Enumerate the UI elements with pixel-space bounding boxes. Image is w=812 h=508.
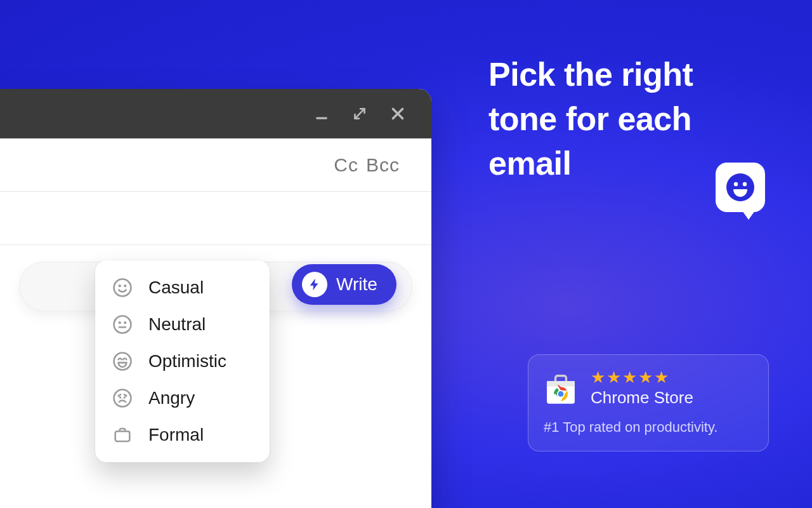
svg-point-13 [726,173,754,201]
tone-option-label: Casual [148,277,204,298]
svg-point-6 [124,322,126,323]
tone-option-label: Formal [148,425,204,445]
promo-canvas: Cc Bcc Casual Neutral [0,0,812,508]
maximize-button[interactable] [351,105,368,122]
grin-icon [112,351,133,372]
lightning-icon [302,272,327,297]
compose-window: Cc Bcc Casual Neutral [0,89,431,508]
rating-stars: ★★★★★ [591,369,693,385]
tone-dropdown: Casual Neutral Optimistic [95,260,270,462]
minimize-button[interactable] [313,105,330,122]
write-button[interactable]: Write [292,264,396,305]
svg-point-4 [114,316,131,333]
angry-face-icon [112,387,133,409]
tone-option-label: Angry [148,388,195,408]
svg-rect-0 [316,117,327,119]
recipients-row[interactable]: Cc Bcc [0,138,431,192]
close-button[interactable] [390,105,406,122]
store-subtitle: #1 Top rated on productivity. [544,419,753,436]
subject-row[interactable] [0,192,431,245]
svg-rect-17 [547,381,575,386]
smile-icon [112,277,133,298]
svg-line-10 [120,397,121,398]
write-button-label: Write [336,274,377,295]
svg-point-5 [119,322,121,323]
tone-emote-bubble [716,163,765,212]
tone-option-angry[interactable]: Angry [95,380,270,417]
tone-option-neutral[interactable]: Neutral [95,306,270,343]
tone-option-label: Optimistic [148,351,226,371]
tone-option-formal[interactable]: Formal [95,417,270,453]
svg-point-3 [124,285,126,286]
svg-point-15 [743,182,747,186]
svg-point-9 [114,390,131,407]
tone-option-casual[interactable]: Casual [95,269,270,306]
compose-body[interactable]: Casual Neutral Optimistic [0,245,431,508]
briefcase-icon [112,424,133,446]
svg-line-11 [124,397,125,398]
cc-link[interactable]: Cc [334,154,358,176]
chrome-store-card: ★★★★★ Chrome Store #1 Top rated on produ… [528,354,769,451]
store-title: Chrome Store [591,388,693,408]
tone-option-optimistic[interactable]: Optimistic [95,343,270,380]
grin-filled-icon [725,172,756,203]
bcc-link[interactable]: Bcc [366,154,400,176]
svg-point-2 [119,285,121,286]
chrome-store-icon [544,371,578,406]
window-titlebar [0,89,431,138]
svg-rect-12 [115,431,130,441]
tone-option-label: Neutral [148,314,206,335]
svg-point-1 [114,279,131,297]
neutral-face-icon [112,314,133,335]
svg-point-14 [734,182,738,186]
